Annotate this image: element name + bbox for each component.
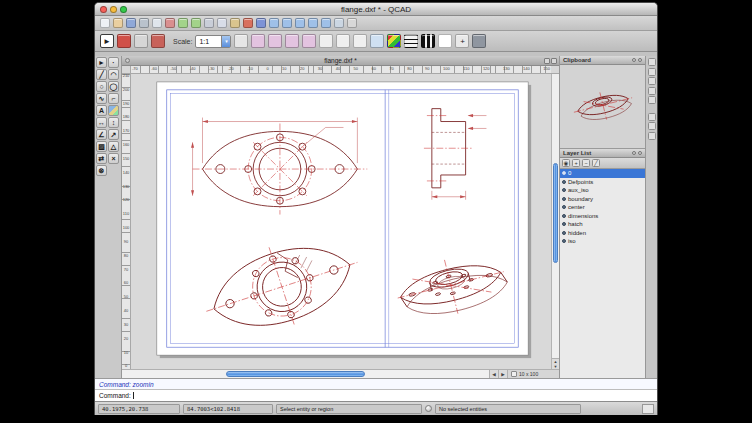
- snap-center-button[interactable]: [302, 34, 316, 48]
- paste-button[interactable]: [230, 18, 240, 28]
- spline-tool[interactable]: ∿: [96, 93, 107, 104]
- document-minimize-button[interactable]: [544, 58, 550, 64]
- toggle-layer-panel-button[interactable]: [648, 96, 656, 104]
- layer-visible-icon[interactable]: [562, 214, 566, 218]
- draw-pen-button[interactable]: [243, 18, 253, 28]
- panel-float-button[interactable]: [632, 58, 637, 63]
- polyline-tool[interactable]: ⌐: [108, 93, 119, 104]
- layer-row[interactable]: iso: [560, 237, 645, 246]
- layer-visible-icon[interactable]: [562, 205, 566, 209]
- layer-row[interactable]: Defpoints: [560, 178, 645, 187]
- layer-row[interactable]: 0: [560, 169, 645, 178]
- select-tool[interactable]: ►: [96, 57, 107, 68]
- close-button[interactable]: [100, 6, 107, 13]
- edit-pen-button[interactable]: [256, 18, 266, 28]
- layer-visible-icon[interactable]: [562, 239, 566, 243]
- line-tool[interactable]: ╱: [96, 69, 107, 80]
- save-file-button[interactable]: [126, 18, 136, 28]
- snap-free-button[interactable]: [234, 34, 248, 48]
- new-file-button[interactable]: [100, 18, 110, 28]
- settings-button[interactable]: [472, 34, 486, 48]
- redo-button[interactable]: [191, 18, 201, 28]
- arc-tool[interactable]: ◠: [108, 69, 119, 80]
- back-button[interactable]: [151, 34, 165, 48]
- drawing-canvas[interactable]: [131, 74, 551, 369]
- layer-row[interactable]: aux_iso: [560, 186, 645, 195]
- grid-toggle-button[interactable]: [511, 371, 517, 377]
- layer-visible-icon[interactable]: [562, 222, 566, 226]
- pan-button[interactable]: [334, 18, 344, 28]
- layer-row[interactable]: dimensions: [560, 212, 645, 221]
- zoom-window-button[interactable]: [295, 18, 305, 28]
- cut-button[interactable]: [204, 18, 214, 28]
- toggle-library-panel-button[interactable]: [648, 122, 656, 130]
- window-titlebar[interactable]: flange.dxf * - QCAD: [95, 3, 657, 16]
- zoom-button[interactable]: [120, 6, 127, 13]
- panel-close-button[interactable]: [638, 58, 643, 63]
- toggle-info-toolbar-button[interactable]: [648, 77, 656, 85]
- layer-row[interactable]: boundary: [560, 195, 645, 204]
- scroll-right-button[interactable]: ▶: [498, 370, 507, 378]
- toggle-snap-toolbar-button[interactable]: [648, 68, 656, 76]
- vertical-scrollbar-arrows[interactable]: ▲▼: [552, 358, 559, 369]
- zoom-previous-button[interactable]: [321, 18, 331, 28]
- text-tool[interactable]: A: [96, 105, 107, 116]
- explode-tool[interactable]: ⊗: [96, 165, 107, 176]
- document-maximize-button[interactable]: [551, 58, 557, 64]
- hatch-tool[interactable]: ▨: [96, 141, 107, 152]
- status-resize-grip[interactable]: [642, 404, 654, 414]
- horizontal-scrollbar-thumb[interactable]: [226, 371, 365, 377]
- snap-endpoint-button[interactable]: [268, 34, 282, 48]
- toggle-clipboard-panel-button[interactable]: [648, 87, 656, 95]
- color-select[interactable]: [387, 34, 401, 48]
- eraser-button[interactable]: [134, 34, 148, 48]
- toggle-layer-visibility-button[interactable]: ◉: [562, 159, 570, 167]
- crosshair-button[interactable]: +: [455, 34, 469, 48]
- combo-arrows-icon[interactable]: ▾: [221, 36, 230, 47]
- dimension-angular-tool[interactable]: ∠: [96, 129, 107, 140]
- layer-row[interactable]: hidden: [560, 229, 645, 238]
- layer-panel-header[interactable]: Layer List: [560, 149, 645, 158]
- command-input[interactable]: Command:: [95, 389, 657, 401]
- toggle-block-panel-button[interactable]: [648, 113, 656, 121]
- dimension-vertical-tool[interactable]: ↕: [108, 117, 119, 128]
- toggle-cad-toolbar-button[interactable]: [648, 58, 656, 66]
- zoom-auto-option-button[interactable]: [370, 34, 384, 48]
- print-button[interactable]: [139, 18, 149, 28]
- edit-layer-button[interactable]: ╱: [592, 159, 600, 167]
- restrict-orthogonal-button[interactable]: [336, 34, 350, 48]
- export-pdf-button[interactable]: [165, 18, 175, 28]
- line-width-select[interactable]: [404, 34, 418, 48]
- add-layer-button[interactable]: +: [572, 159, 580, 167]
- document-close-button[interactable]: [125, 58, 130, 63]
- minimize-button[interactable]: [110, 6, 117, 13]
- vertical-scrollbar[interactable]: ▲▼: [551, 74, 559, 369]
- zoom-auto-button[interactable]: [308, 18, 318, 28]
- ellipse-tool[interactable]: ◯: [108, 81, 119, 92]
- layer-visible-icon[interactable]: [562, 180, 566, 184]
- layer-visible-icon[interactable]: [562, 231, 566, 235]
- layer-visible-icon[interactable]: [562, 197, 566, 201]
- zoom-out-button[interactable]: [282, 18, 292, 28]
- zoom-in-button[interactable]: [269, 18, 279, 28]
- help-button[interactable]: [347, 18, 357, 28]
- line-type-select[interactable]: [421, 34, 435, 48]
- remove-layer-button[interactable]: −: [582, 159, 590, 167]
- vertical-scrollbar-thumb[interactable]: [553, 163, 558, 263]
- modify-tool[interactable]: ⇄: [96, 153, 107, 164]
- horizontal-scrollbar[interactable]: ◀ ▶: [122, 370, 507, 378]
- restrict-horizontal-button[interactable]: [353, 34, 367, 48]
- image-tool[interactable]: [108, 105, 119, 116]
- snap-grid-button[interactable]: [251, 34, 265, 48]
- point-tool[interactable]: ·: [108, 57, 119, 68]
- layer-visible-icon[interactable]: [562, 171, 566, 175]
- delete-tool[interactable]: ×: [108, 153, 119, 164]
- layer-visible-icon[interactable]: [562, 188, 566, 192]
- open-file-button[interactable]: [113, 18, 123, 28]
- pointer-button[interactable]: ►: [100, 34, 114, 48]
- toggle-command-panel-button[interactable]: [648, 132, 656, 140]
- panel-float-button[interactable]: [632, 151, 637, 156]
- snap-on-entity-button[interactable]: [285, 34, 299, 48]
- circle-tool[interactable]: ○: [96, 81, 107, 92]
- scroll-left-button[interactable]: ◀: [489, 370, 498, 378]
